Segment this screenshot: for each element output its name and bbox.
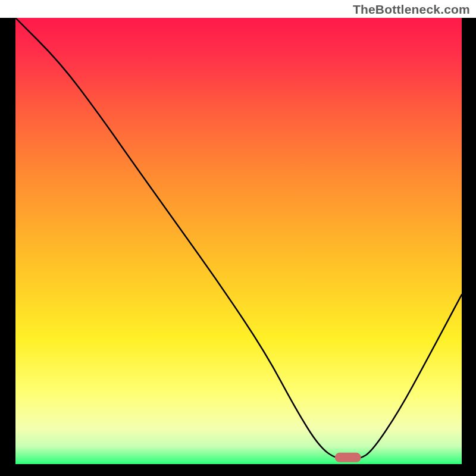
gradient-background: [15, 18, 462, 464]
chart-container: TheBottleneck.com: [0, 0, 476, 476]
bottleneck-chart: [0, 0, 476, 476]
optimal-marker: [335, 453, 361, 462]
watermark-text: TheBottleneck.com: [353, 2, 470, 17]
